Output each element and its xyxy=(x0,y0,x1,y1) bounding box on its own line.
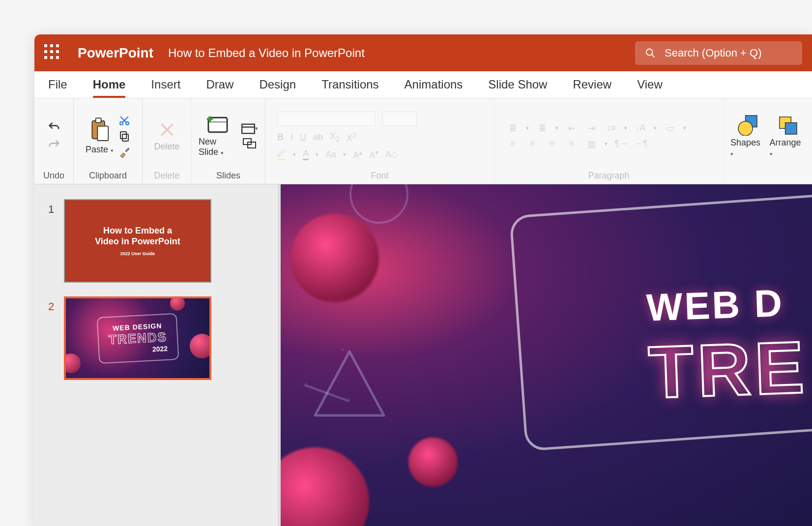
group-undo: Undo xyxy=(34,98,74,184)
format-painter-button[interactable] xyxy=(118,146,130,158)
current-slide[interactable]: WEB D TRE xyxy=(281,184,812,526)
change-case-button[interactable]: Aa xyxy=(325,149,336,160)
tab-insert[interactable]: Insert xyxy=(151,71,180,98)
line-spacing-button[interactable]: ↕≡ xyxy=(605,123,617,133)
shapes-button[interactable]: Shapes ▾ xyxy=(730,114,765,158)
triangle-shape xyxy=(310,347,389,425)
bold-button[interactable]: B xyxy=(277,132,284,143)
svg-rect-4 xyxy=(98,126,109,141)
paste-button[interactable]: Paste ▾ xyxy=(86,117,114,155)
svg-marker-25 xyxy=(315,351,384,415)
slide-editor[interactable]: WEB D TRE xyxy=(281,184,812,526)
group-font: B I U ab X2 X2 🖊▾ A▾ Aa▾ A▴ A▾ A◇ xyxy=(265,98,494,184)
strike-button[interactable]: ab xyxy=(313,132,323,143)
shrink-font-button[interactable]: A▾ xyxy=(369,148,378,161)
tab-review[interactable]: Review xyxy=(573,71,611,98)
group-label-paragraph: Paragraph xyxy=(588,171,629,181)
group-label-slides: Slides xyxy=(216,171,240,181)
group-clipboard: Paste ▾ Clipboard xyxy=(74,98,143,184)
superscript-button[interactable]: X2 xyxy=(347,131,356,144)
content-area: 1 How to Embed a Video in PowerPoint 202… xyxy=(34,184,812,526)
subscript-button[interactable]: X2 xyxy=(330,131,340,143)
tab-animations[interactable]: Animations xyxy=(405,71,463,98)
underline-button[interactable]: U xyxy=(300,132,306,143)
text-direction-button[interactable]: ↓A xyxy=(634,123,647,133)
slide-number: 2 xyxy=(48,300,64,313)
svg-rect-9 xyxy=(122,134,128,141)
slide-title-text: WEB D TRE xyxy=(645,280,809,415)
highlight-button[interactable]: 🖊 xyxy=(277,148,286,160)
group-label-undo: Undo xyxy=(43,171,64,181)
decrease-indent-button[interactable]: ⇤ xyxy=(565,123,578,134)
svg-rect-3 xyxy=(96,118,101,122)
ribbon-tabs: File Home Insert Draw Design Transitions… xyxy=(34,71,812,98)
slide-number: 1 xyxy=(48,203,64,216)
group-slides: New Slide ▾ ▾ Slides xyxy=(192,98,265,184)
layout-button[interactable]: ▾ xyxy=(241,123,258,134)
svg-point-22 xyxy=(738,121,753,135)
align-right-button[interactable]: ≡ xyxy=(546,139,558,149)
group-label-font: Font xyxy=(371,171,388,181)
search-input[interactable]: Search (Option + Q) xyxy=(635,41,802,65)
group-delete: Delete Delete xyxy=(143,98,192,184)
undo-button[interactable] xyxy=(47,120,61,134)
group-label-clipboard: Clipboard xyxy=(89,171,127,181)
new-slide-icon xyxy=(207,115,229,135)
tab-home[interactable]: Home xyxy=(93,71,126,98)
app-launcher-icon[interactable] xyxy=(44,44,62,62)
svg-rect-24 xyxy=(785,122,796,134)
group-label-delete: Delete xyxy=(154,171,179,181)
reset-icon xyxy=(243,138,257,149)
svg-rect-10 xyxy=(120,132,126,139)
font-color-button[interactable]: A xyxy=(303,148,309,160)
columns-button[interactable]: ▥ xyxy=(585,139,598,149)
arrange-icon xyxy=(777,114,798,136)
brush-icon xyxy=(118,146,130,158)
thumbnail-row: 1 How to Embed a Video in PowerPoint 202… xyxy=(48,199,264,283)
numbering-button[interactable]: ≣ xyxy=(536,123,549,134)
slide-thumbnail-1[interactable]: How to Embed a Video in PowerPoint 2022 … xyxy=(64,199,211,283)
align-center-button[interactable]: ≡ xyxy=(526,139,539,149)
ribbon: Undo Paste ▾ Clipboard Delete xyxy=(34,98,812,184)
paste-icon xyxy=(88,117,110,143)
tab-file[interactable]: File xyxy=(48,71,67,98)
ltr-button[interactable]: ¶→ xyxy=(614,139,627,149)
slide-thumbnail-2[interactable]: WEB DESIGN TRENDS 2022 xyxy=(64,296,211,380)
tab-view[interactable]: View xyxy=(637,71,663,98)
clear-format-button[interactable]: A◇ xyxy=(385,149,398,160)
copy-icon xyxy=(118,130,130,142)
justify-button[interactable]: ≡ xyxy=(565,139,578,149)
cut-button[interactable] xyxy=(118,115,130,126)
align-left-button[interactable]: ≡ xyxy=(506,139,519,149)
rtl-button[interactable]: ←¶ xyxy=(634,139,647,149)
group-label-drawing xyxy=(766,171,769,181)
document-title[interactable]: How to Embed a Video in PowerPoint xyxy=(168,46,635,60)
svg-rect-17 xyxy=(242,124,255,133)
tab-design[interactable]: Design xyxy=(259,71,296,98)
font-family-select[interactable] xyxy=(277,112,376,126)
search-icon xyxy=(645,48,656,58)
align-text-button[interactable]: ▭ xyxy=(664,123,676,134)
arrange-button[interactable]: Arrange ▾ xyxy=(770,114,805,158)
thumbnail-row: 2 WEB DESIGN TRENDS 2022 xyxy=(48,296,264,380)
title-bar: PowerPoint How to Embed a Video in Power… xyxy=(34,34,812,71)
italic-button[interactable]: I xyxy=(290,132,293,143)
tab-draw[interactable]: Draw xyxy=(206,71,233,98)
font-size-select[interactable] xyxy=(382,112,417,126)
search-placeholder: Search (Option + Q) xyxy=(665,47,761,59)
layout-icon xyxy=(241,123,255,134)
bullets-button[interactable]: ≣ xyxy=(506,123,519,134)
redo-button[interactable] xyxy=(47,138,61,152)
increase-indent-button[interactable]: ⇥ xyxy=(585,123,598,134)
delete-button[interactable]: Delete xyxy=(154,120,179,152)
tab-transitions[interactable]: Transitions xyxy=(321,71,378,98)
new-slide-button[interactable]: New Slide ▾ xyxy=(199,115,236,157)
grow-font-button[interactable]: A▴ xyxy=(353,148,362,161)
tab-slideshow[interactable]: Slide Show xyxy=(488,71,547,98)
group-paragraph: ≣▾ ≣▾ ⇤ ⇥ ↕≡▾ ↓A▾ ▭▾ ≡ ≡ ≡ ≡ ▥▾ ¶→ xyxy=(494,98,724,184)
app-window: PowerPoint How to Embed a Video in Power… xyxy=(34,34,812,526)
reset-button[interactable] xyxy=(243,138,257,149)
delete-x-icon xyxy=(157,120,177,140)
svg-line-1 xyxy=(652,54,655,57)
copy-button[interactable] xyxy=(118,130,130,142)
